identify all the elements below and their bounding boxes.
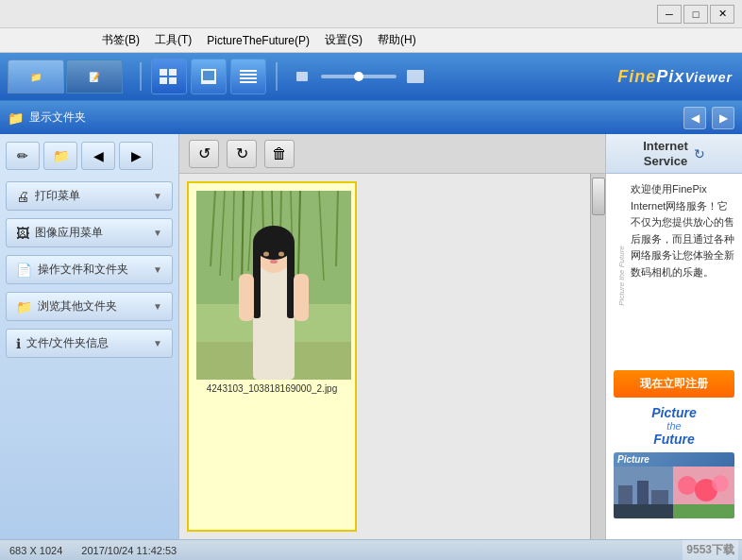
- print-menu-arrow: ▼: [153, 191, 162, 201]
- svg-rect-8: [240, 77, 257, 79]
- nav-back-button[interactable]: ◀: [683, 107, 706, 129]
- minimize-button[interactable]: ─: [657, 5, 682, 24]
- internet-service-title: Internet Service: [643, 139, 688, 168]
- side-images: PicturetheFuture: [614, 452, 734, 518]
- svg-rect-7: [240, 74, 257, 76]
- menu-settings[interactable]: 设置(S): [317, 30, 370, 50]
- rotate-right-button[interactable]: ↻: [227, 140, 257, 168]
- action-edit-button[interactable]: ✏: [6, 142, 40, 170]
- browse-arrow: ▼: [153, 301, 162, 312]
- main-toolbar: 📁 📝 FinePixViewe: [0, 53, 742, 100]
- brand-main: Picture: [614, 405, 734, 420]
- main-layout: ✏ 📁 ◀ ▶ 🖨打印菜单 ▼ 🖼图像应用菜单 ▼ 📄操作文件和文件夹 ▼ 📁浏…: [0, 134, 742, 539]
- show-folder-label: 显示文件夹: [29, 110, 86, 126]
- svg-rect-42: [614, 504, 675, 518]
- file-info-button[interactable]: ℹ文件/文件夹信息 ▼: [6, 329, 173, 358]
- svg-rect-32: [287, 243, 295, 318]
- image-app-menu-button[interactable]: 🖼图像应用菜单 ▼: [6, 218, 173, 247]
- svg-rect-10: [296, 72, 308, 81]
- svg-rect-47: [673, 504, 734, 518]
- brand-the: the: [614, 420, 734, 432]
- close-button[interactable]: ✕: [710, 5, 734, 24]
- refresh-icon[interactable]: ↻: [694, 146, 705, 161]
- svg-rect-31: [253, 243, 261, 318]
- sidebar-actions: ✏ 📁 ◀ ▶: [6, 142, 173, 174]
- svg-rect-3: [169, 77, 177, 84]
- menu-help[interactable]: 帮助(H): [370, 30, 424, 50]
- nav-forward-button[interactable]: ▶: [712, 107, 734, 129]
- right-panel: Internet Service ↻ Picture the Future 欢迎…: [605, 134, 742, 539]
- view-list-button[interactable]: [230, 59, 266, 94]
- svg-point-33: [263, 252, 269, 257]
- browse-folder-button[interactable]: 📁浏览其他文件夹 ▼: [6, 292, 173, 321]
- action-forward-button[interactable]: ▶: [119, 142, 153, 170]
- tab-button-1[interactable]: 📁: [8, 59, 64, 93]
- service-description: 欢迎使用FinePix Internet网络服务！它不仅为您提供放心的售后服务，…: [614, 181, 734, 281]
- svg-rect-37: [294, 274, 309, 321]
- svg-rect-1: [169, 69, 177, 76]
- svg-point-44: [678, 476, 697, 495]
- menu-bookmarks[interactable]: 书签(B): [94, 30, 147, 50]
- scroll-track[interactable]: [590, 174, 605, 539]
- toolbar-divider-2: [276, 62, 278, 91]
- scroll-thumb[interactable]: [592, 178, 605, 215]
- print-menu-button[interactable]: 🖨打印菜单 ▼: [6, 181, 173, 211]
- menu-picturefuture[interactable]: PictureTheFuture(P): [199, 32, 317, 49]
- svg-rect-0: [160, 69, 167, 76]
- maximize-button[interactable]: □: [683, 5, 708, 24]
- delete-button[interactable]: 🗑: [264, 140, 295, 168]
- thumbnail-image: [196, 191, 351, 380]
- image-filename: 4243103_103818169000_2.jpg: [196, 383, 347, 394]
- menu-bar: 书签(B) 工具(T) PictureTheFuture(P) 设置(S) 帮助…: [0, 28, 742, 53]
- svg-rect-9: [240, 81, 257, 83]
- file-ops-arrow: ▼: [153, 264, 162, 275]
- file-ops-button[interactable]: 📄操作文件和文件夹 ▼: [6, 255, 173, 284]
- zoom-thumb[interactable]: [354, 72, 363, 81]
- image-app-arrow: ▼: [153, 228, 162, 238]
- menu-tools[interactable]: 工具(T): [147, 30, 199, 50]
- zoom-large-button[interactable]: [400, 61, 430, 92]
- view-single-button[interactable]: [191, 59, 227, 94]
- svg-point-46: [712, 475, 729, 492]
- action-folder-button[interactable]: 📁: [43, 142, 77, 170]
- svg-rect-36: [239, 274, 254, 321]
- folder-icon: 📁: [8, 110, 24, 126]
- image-dimensions: 683 X 1024: [9, 545, 62, 556]
- brand-future: Future: [614, 432, 734, 447]
- internet-service-header: Internet Service ↻: [606, 134, 742, 174]
- side-image-2: [673, 467, 734, 518]
- internet-service-content: Picture the Future 欢迎使用FinePix Internet网…: [606, 174, 742, 539]
- svg-rect-5: [203, 71, 214, 80]
- tab-button-2[interactable]: 📝: [66, 59, 123, 93]
- toolbar-divider-1: [140, 62, 142, 91]
- status-bar: 683 X 1024 2017/10/24 11:42:53 9553下载: [0, 539, 742, 560]
- app-logo: FinePixViewer: [617, 67, 733, 87]
- svg-rect-11: [407, 70, 424, 83]
- left-sidebar: ✏ 📁 ◀ ▶ 🖨打印菜单 ▼ 🖼图像应用菜单 ▼ 📄操作文件和文件夹 ▼ 📁浏…: [0, 134, 179, 539]
- watermark: 9553下载: [683, 540, 738, 560]
- datetime: 2017/10/24 11:42:53: [81, 545, 177, 556]
- register-button[interactable]: 现在立即注册: [614, 370, 734, 398]
- view-thumbnail-button[interactable]: [151, 59, 187, 94]
- svg-point-35: [270, 260, 278, 263]
- svg-rect-6: [240, 70, 257, 72]
- svg-rect-2: [160, 77, 167, 84]
- zoom-slider[interactable]: [321, 75, 396, 78]
- side-image-1: [614, 467, 675, 518]
- action-back-button[interactable]: ◀: [81, 142, 115, 170]
- title-bar: ─ □ ✕: [0, 0, 742, 28]
- image-thumbnail[interactable]: 4243103_103818169000_2.jpg: [187, 181, 357, 532]
- content-area: ↺ ↻ 🗑: [179, 134, 605, 539]
- zoom-slider-container: [321, 75, 396, 78]
- image-grid: 4243103_103818169000_2.jpg: [179, 174, 605, 539]
- file-info-arrow: ▼: [153, 338, 162, 348]
- svg-point-34: [278, 252, 284, 257]
- zoom-small-button[interactable]: [287, 61, 317, 92]
- rotate-left-button[interactable]: ↺: [189, 140, 219, 168]
- second-toolbar: 📁 显示文件夹 ◀ ▶: [0, 100, 742, 134]
- brand-logo: Picture the Future: [614, 405, 734, 447]
- image-toolbar: ↺ ↻ 🗑: [179, 134, 605, 174]
